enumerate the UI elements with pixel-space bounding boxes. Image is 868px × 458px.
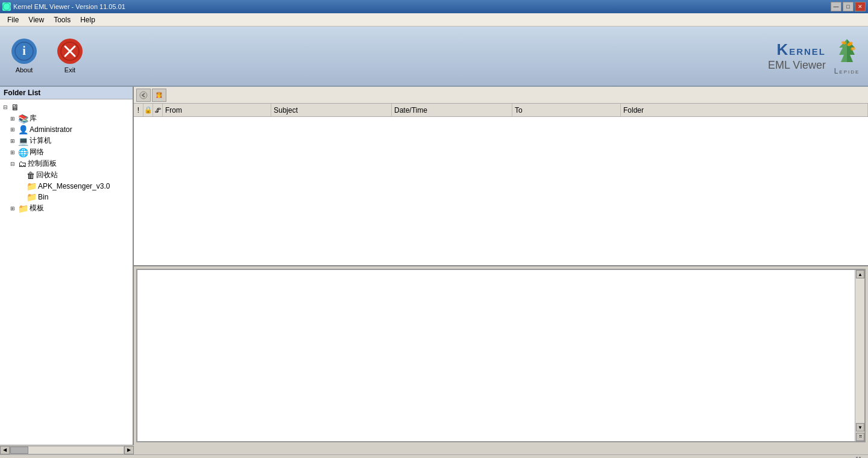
nav-back-button[interactable]: [136, 89, 151, 102]
tree-item-network[interactable]: ⊞ 🌐 网络: [8, 146, 133, 158]
exit-icon: [57, 39, 83, 64]
svg-point-11: [140, 92, 147, 99]
col-header-folder[interactable]: Folder: [621, 104, 868, 116]
label-network: 网络: [30, 147, 44, 157]
svg-text:i: i: [22, 44, 26, 57]
expand-root[interactable]: ⊟: [1, 103, 10, 111]
menu-tools[interactable]: Tools: [49, 14, 75, 25]
preview-area: ▲ ▼ ⠿: [134, 266, 868, 445]
h-scroll-track: [10, 446, 124, 454]
tree-item-computer[interactable]: ⊞ 💻 计算机: [8, 135, 133, 146]
h-scroll-left-button[interactable]: ◀: [0, 446, 10, 454]
tree-sub-1: ⊞ 📚 库 ⊞ 👤 Administrator ⊞ 💻 计算机 ⊞ 🌐: [0, 113, 133, 214]
expand-control[interactable]: ⊟: [8, 160, 17, 168]
expand-admin[interactable]: ⊞: [8, 125, 17, 134]
label-template: 模板: [30, 203, 44, 213]
toolbar-buttons: i About Exit: [6, 39, 88, 74]
title-bar-controls: — □ ✕: [831, 2, 866, 11]
nav-bar: ✋: [134, 87, 868, 104]
content-area: ✋ ! 🔒 🖇 From Subject: [134, 87, 868, 445]
label-apk: APK_Messenger_v3.0: [38, 182, 110, 190]
maximize-button[interactable]: □: [843, 2, 854, 11]
menu-bar: File View Tools Help: [0, 13, 868, 27]
h-scroll-thumb[interactable]: [10, 447, 28, 454]
icon-apk: 📁: [27, 181, 37, 191]
tree-item-root[interactable]: ⊟ 🖥: [0, 102, 133, 113]
folder-tree: ⊟ 🖥 ⊞ 📚 库 ⊞ 👤 Administrator ⊞ 💻: [0, 99, 133, 216]
col-header-datetime[interactable]: Date/Time: [392, 104, 512, 116]
folder-panel-header: Folder List: [0, 87, 133, 99]
tree-item-control[interactable]: ⊟ 🗂 控制面板: [8, 158, 133, 169]
icon-control: 🗂: [18, 159, 27, 169]
about-button[interactable]: i About: [6, 39, 42, 74]
col-header-subject[interactable]: Subject: [271, 104, 392, 116]
label-admin: Administrator: [30, 125, 72, 134]
tree-item-template[interactable]: ⊞ 📁 模板: [8, 202, 133, 214]
svg-point-0: [3, 3, 10, 10]
kernel-brand-product: EML Viewer: [768, 59, 826, 72]
about-icon: i: [11, 39, 37, 64]
menu-file[interactable]: File: [2, 14, 24, 25]
label-computer: 计算机: [30, 136, 51, 146]
menu-view[interactable]: View: [24, 14, 49, 25]
kernel-brand-name: Kernel: [768, 40, 826, 59]
expand-network[interactable]: ⊞: [8, 148, 17, 157]
tree-item-admin[interactable]: ⊞ 👤 Administrator: [8, 124, 133, 135]
label-lib: 库: [30, 113, 37, 124]
email-list-header: ! 🔒 🖇 From Subject Date/Time T: [134, 104, 868, 117]
tree-item-recycle[interactable]: ⊞ 🗑 回收站: [17, 169, 133, 181]
preview-scrollbar: ▲ ▼ ⠿: [855, 270, 864, 441]
icon-template: 📁: [18, 204, 28, 213]
scroll-arrow-down[interactable]: ▼: [856, 423, 864, 431]
tree-item-apk[interactable]: ⊞ 📁 APK_Messenger_v3.0: [17, 181, 133, 192]
title-text: Kernel EML Viewer - Version 11.05.01: [13, 3, 125, 10]
label-recycle: 回收站: [36, 170, 58, 180]
title-bar: Kernel EML Viewer - Version 11.05.01 — □…: [0, 0, 868, 13]
lepide-label: Lepide: [834, 67, 860, 75]
h-scroll-right-button[interactable]: ▶: [124, 446, 134, 454]
scroll-arrow-up[interactable]: ▲: [856, 270, 864, 278]
col-header-read[interactable]: 🔒: [143, 104, 153, 116]
col-header-to[interactable]: To: [512, 104, 621, 116]
col-header-from[interactable]: From: [163, 104, 271, 116]
horizontal-scrollbar: ◀ ▶: [0, 445, 134, 454]
expand-lib[interactable]: ⊞: [8, 114, 17, 123]
close-button[interactable]: ✕: [855, 2, 866, 11]
nav-stop-button[interactable]: ✋: [152, 89, 166, 102]
label-control: 控制面板: [28, 158, 57, 169]
lepide-logo: Lepide: [832, 37, 862, 75]
menu-help[interactable]: Help: [75, 14, 100, 25]
tree-sub-2: ⊞ 🗑 回收站 ⊞ 📁 APK_Messenger_v3.0 ⊞ 📁 Bin: [8, 169, 133, 202]
icon-network: 🌐: [18, 148, 28, 157]
scroll-grip[interactable]: ⠿: [856, 433, 864, 441]
icon-recycle: 🗑: [27, 171, 35, 180]
title-bar-left: Kernel EML Viewer - Version 11.05.01: [2, 2, 125, 11]
exit-button[interactable]: Exit: [52, 39, 88, 74]
scroll-track: ▲ ▼ ⠿: [855, 270, 864, 441]
expand-template[interactable]: ⊞: [8, 204, 17, 213]
icon-lib: 📚: [18, 114, 28, 124]
logo-area: Kernel EML Viewer Lepide: [768, 37, 862, 75]
label-bin: Bin: [38, 193, 48, 201]
status-bar: [0, 454, 868, 458]
app-icon: [2, 2, 11, 11]
minimize-button[interactable]: —: [831, 2, 841, 11]
toolbar: i About Exit Kernel EML Viewer: [0, 27, 868, 87]
kernel-logo: Kernel EML Viewer: [768, 40, 826, 72]
folder-panel: Folder List ⊟ 🖥 ⊞ 📚 库 ⊞ 👤 Administrator: [0, 87, 134, 445]
icon-bin: 📁: [27, 192, 37, 202]
preview-inner: ▲ ▼ ⠿: [136, 269, 866, 442]
col-header-attach[interactable]: 🖇: [153, 104, 163, 116]
icon-computer: 💻: [18, 136, 28, 146]
expand-computer[interactable]: ⊞: [8, 137, 17, 145]
tree-item-bin[interactable]: ⊞ 📁 Bin: [17, 192, 133, 202]
icon-root: 🖥: [11, 102, 19, 112]
tree-item-lib[interactable]: ⊞ 📚 库: [8, 113, 133, 124]
icon-admin: 👤: [18, 125, 28, 134]
exit-label: Exit: [64, 66, 75, 74]
about-label: About: [16, 66, 33, 74]
col-header-flag[interactable]: !: [134, 104, 143, 116]
email-list-area: ! 🔒 🖇 From Subject Date/Time T: [134, 104, 868, 266]
main-area: Folder List ⊟ 🖥 ⊞ 📚 库 ⊞ 👤 Administrator: [0, 87, 868, 445]
email-list-body: [134, 117, 868, 265]
